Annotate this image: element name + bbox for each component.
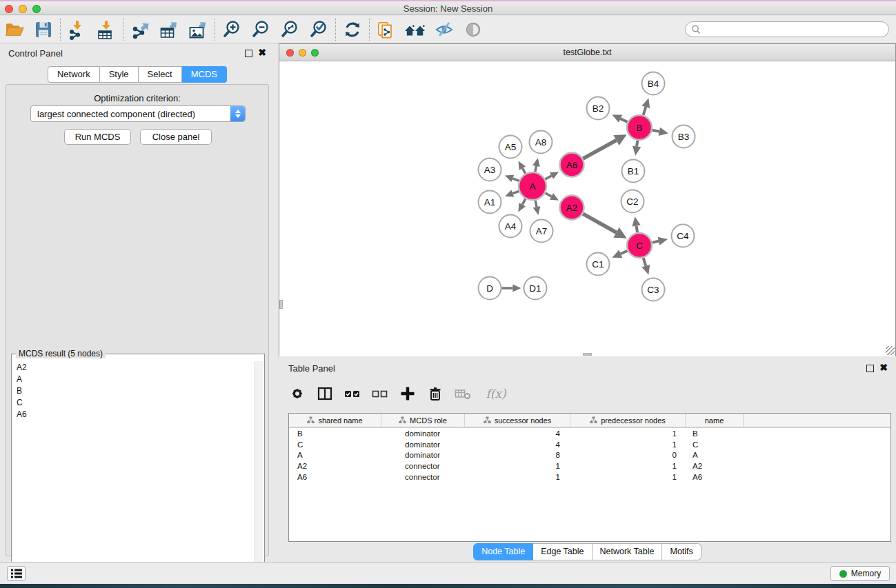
- tab-style[interactable]: Style: [100, 66, 139, 83]
- show-column-settings-button[interactable]: [316, 384, 334, 403]
- cell-name[interactable]: B: [686, 429, 744, 438]
- open-network-documents-button[interactable]: [372, 17, 401, 42]
- edge-A2-C[interactable]: [583, 214, 616, 232]
- search-field[interactable]: [685, 21, 889, 37]
- network-vertical-scrollbar[interactable]: [279, 300, 283, 309]
- cell-shared-name[interactable]: A6: [289, 473, 381, 481]
- home-button[interactable]: [401, 17, 430, 42]
- create-new-column-button[interactable]: [399, 384, 417, 403]
- float-panel-icon[interactable]: [866, 365, 874, 372]
- cell-predecessor-nodes[interactable]: 1: [570, 473, 686, 481]
- show-graphics-details-button[interactable]: [459, 17, 488, 42]
- edge-C-C1[interactable]: [621, 251, 628, 254]
- tab-select[interactable]: Select: [139, 66, 182, 83]
- cell-successor-nodes[interactable]: 4: [465, 440, 570, 449]
- table-row[interactable]: Bdominator41B: [289, 428, 890, 439]
- cell-MCDS-role[interactable]: dominator: [381, 429, 465, 438]
- float-panel-icon[interactable]: [245, 50, 252, 57]
- edge-C-C4[interactable]: [653, 241, 659, 243]
- export-network-button[interactable]: [126, 17, 155, 42]
- tab-mcds[interactable]: MCDS: [182, 66, 227, 83]
- edge-C-C3[interactable]: [644, 258, 646, 266]
- delete-table-button[interactable]: [454, 384, 472, 403]
- edge-A6-B[interactable]: [583, 140, 616, 159]
- tab-network[interactable]: Network: [48, 66, 100, 83]
- window-resize-grip[interactable]: [886, 346, 895, 355]
- edge-A-A5[interactable]: [522, 168, 525, 174]
- export-table-button[interactable]: [155, 17, 183, 42]
- cell-successor-nodes[interactable]: 8: [465, 451, 570, 459]
- tab-node-table[interactable]: Node Table: [473, 543, 533, 560]
- table-row[interactable]: A6connector11A6: [289, 472, 890, 483]
- optimization-criterion-dropdown[interactable]: largest connected component (directed): [30, 105, 246, 122]
- result-scrollbar[interactable]: [255, 361, 263, 588]
- cell-name[interactable]: A: [686, 451, 744, 459]
- refresh-button[interactable]: [338, 17, 367, 42]
- cell-predecessor-nodes[interactable]: 1: [570, 462, 686, 470]
- result-list-item[interactable]: A6: [12, 408, 255, 420]
- save-session-button[interactable]: [29, 17, 58, 42]
- network-canvas[interactable]: AA6A2BCA5A8A3A1A4A7B2B4B3B1C2C1C4C3DD1: [279, 62, 895, 356]
- edge-A-A4[interactable]: [522, 199, 526, 204]
- zoom-selected-button[interactable]: [304, 17, 333, 42]
- cell-successor-nodes[interactable]: 1: [465, 462, 570, 470]
- node-table[interactable]: shared nameMCDS rolesuccessor nodesprede…: [288, 413, 891, 542]
- cell-successor-nodes[interactable]: 1: [465, 473, 570, 481]
- cell-MCDS-role[interactable]: dominator: [381, 451, 465, 459]
- close-panel-button[interactable]: Close panel: [140, 129, 212, 145]
- cell-name[interactable]: C: [686, 440, 744, 449]
- result-list-item[interactable]: B: [12, 385, 255, 396]
- edge-A-A6[interactable]: [545, 176, 551, 179]
- delete-columns-button[interactable]: [426, 384, 444, 403]
- column-header-predecessor-nodes[interactable]: predecessor nodes: [570, 414, 686, 427]
- table-row[interactable]: Cdominator41C: [289, 439, 890, 450]
- export-image-button[interactable]: [183, 17, 212, 42]
- deselect-all-button[interactable]: [371, 384, 389, 403]
- edge-B-B2[interactable]: [621, 119, 628, 122]
- cell-shared-name[interactable]: C: [289, 440, 381, 449]
- cell-MCDS-role[interactable]: dominator: [381, 440, 465, 449]
- cell-predecessor-nodes[interactable]: 1: [570, 429, 686, 438]
- table-row[interactable]: A2connector11A2: [289, 460, 890, 472]
- tab-network-table[interactable]: Network Table: [593, 543, 663, 560]
- cell-name[interactable]: A6: [686, 473, 744, 481]
- cell-MCDS-role[interactable]: connector: [381, 462, 465, 470]
- zoom-out-button[interactable]: [246, 17, 275, 42]
- edge-B-B1[interactable]: [637, 141, 637, 147]
- run-mcds-button[interactable]: Run MCDS: [64, 129, 131, 145]
- result-list-item[interactable]: C: [12, 396, 255, 408]
- edge-B-B3[interactable]: [653, 130, 659, 132]
- network-window-titlebar[interactable]: testGlobe.txt: [279, 44, 895, 61]
- cell-shared-name[interactable]: B: [289, 429, 381, 438]
- import-table-button[interactable]: [92, 17, 121, 42]
- zoom-fit-button[interactable]: [275, 17, 304, 42]
- cell-shared-name[interactable]: A: [289, 451, 381, 459]
- close-panel-icon[interactable]: ✖: [879, 362, 888, 373]
- cell-MCDS-role[interactable]: connector: [381, 473, 465, 481]
- edge-A-A2[interactable]: [545, 193, 551, 196]
- column-header-MCDS-role[interactable]: MCDS role: [381, 414, 465, 427]
- function-builder-button[interactable]: f(x): [481, 384, 510, 403]
- edge-B-B4[interactable]: [644, 107, 646, 115]
- edge-A-A1[interactable]: [512, 191, 519, 193]
- column-header-successor-nodes[interactable]: successor nodes: [465, 414, 570, 427]
- open-session-button[interactable]: [0, 17, 29, 42]
- edge-A-A7[interactable]: [535, 201, 537, 207]
- import-network-button[interactable]: [63, 17, 92, 42]
- memory-button[interactable]: Memory: [830, 566, 890, 581]
- tab-edge-table[interactable]: Edge Table: [533, 543, 592, 560]
- network-horizontal-scrollbar[interactable]: [583, 353, 592, 356]
- select-all-button[interactable]: [344, 384, 361, 403]
- cell-shared-name[interactable]: A2: [289, 462, 381, 470]
- edge-A-A3[interactable]: [512, 179, 519, 181]
- change-table-mode-button[interactable]: [288, 384, 306, 403]
- table-row[interactable]: Adominator80A: [289, 450, 890, 461]
- hide-graphics-details-button[interactable]: [430, 17, 459, 42]
- result-list-item[interactable]: A: [12, 373, 255, 385]
- column-header-shared-name[interactable]: shared name: [289, 414, 381, 427]
- column-header-name[interactable]: name: [686, 414, 744, 427]
- close-panel-icon[interactable]: ✖: [258, 47, 266, 58]
- search-input[interactable]: [701, 23, 888, 36]
- cell-name[interactable]: A2: [686, 462, 744, 470]
- tab-motifs[interactable]: Motifs: [662, 543, 701, 560]
